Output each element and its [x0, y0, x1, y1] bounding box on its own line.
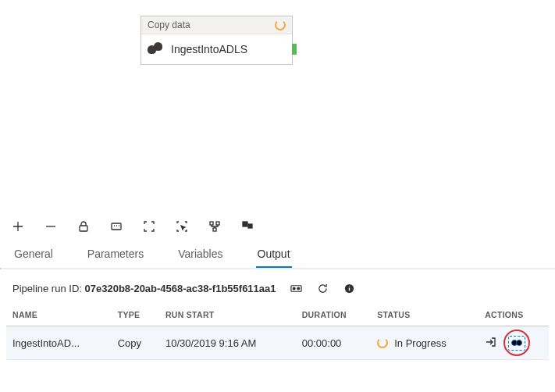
activity-node-copy-data[interactable]: Copy data IngestIntoADLS [141, 16, 293, 65]
col-run-start[interactable]: RUN START [159, 304, 296, 326]
status-spinner-icon [377, 337, 388, 348]
cell-run-start: 10/30/2019 9:16 AM [159, 326, 296, 360]
status-text: In Progress [394, 337, 446, 349]
cell-name: IngestIntoAD... [6, 326, 112, 360]
col-status[interactable]: STATUS [371, 304, 479, 326]
run-id-value: 07e320b8-20ab-4568-ac38-f1b55f611aa1 [85, 283, 276, 294]
run-info-bar: Pipeline run ID: 07e320b8-20ab-4568-ac38… [0, 269, 555, 304]
svg-point-12 [517, 340, 522, 345]
cell-duration: 00:00:00 [296, 326, 371, 360]
activity-header: Copy data [141, 16, 292, 34]
minimap-button[interactable] [240, 219, 254, 233]
info-button[interactable] [343, 282, 356, 294]
svg-point-8 [293, 287, 295, 290]
pipeline-canvas[interactable]: Copy data IngestIntoADLS [0, 0, 555, 212]
remove-button[interactable] [44, 219, 58, 233]
fullscreen-button[interactable] [142, 219, 156, 233]
add-button[interactable] [11, 219, 25, 233]
refresh-button[interactable] [317, 282, 329, 294]
svg-point-11 [512, 340, 518, 345]
select-button[interactable] [175, 219, 189, 233]
col-actions[interactable]: ACTIONS [479, 304, 549, 326]
table-row[interactable]: IngestIntoAD... Copy 10/30/2019 9:16 AM … [6, 326, 549, 360]
tab-parameters[interactable]: Parameters [86, 243, 145, 268]
activity-name: IngestIntoADLS [171, 43, 247, 55]
input-action-button[interactable] [485, 336, 497, 351]
cell-actions [479, 326, 549, 360]
tab-general[interactable]: General [12, 243, 55, 268]
detail-tabs: General Parameters Variables Output [0, 238, 555, 268]
autolayout-button[interactable] [208, 219, 222, 233]
database-icon [148, 42, 163, 56]
zoom-100-button[interactable] [109, 219, 123, 233]
svg-rect-0 [80, 226, 87, 231]
output-action-button[interactable] [508, 334, 525, 351]
run-id-label: Pipeline run ID: [12, 283, 82, 294]
svg-rect-4 [213, 228, 216, 231]
col-type[interactable]: TYPE [112, 304, 159, 326]
canvas-toolbar [0, 212, 555, 238]
output-port[interactable] [292, 44, 297, 55]
cell-status: In Progress [371, 326, 479, 360]
svg-rect-3 [216, 222, 219, 225]
activity-type-label: Copy data [148, 20, 190, 30]
spinner-icon [275, 20, 286, 30]
activity-body: IngestIntoADLS [141, 34, 292, 64]
col-duration[interactable]: DURATION [296, 304, 371, 326]
svg-rect-6 [248, 224, 252, 228]
activity-runs-table: NAME TYPE RUN START DURATION STATUS ACTI… [6, 304, 549, 360]
tab-output[interactable]: Output [256, 243, 292, 268]
gantt-view-button[interactable] [290, 282, 303, 294]
cell-type: Copy [112, 326, 159, 360]
tab-variables[interactable]: Variables [176, 243, 224, 268]
svg-rect-2 [210, 222, 213, 225]
svg-rect-5 [243, 222, 247, 226]
run-id-text: Pipeline run ID: 07e320b8-20ab-4568-ac38… [12, 283, 276, 294]
lock-button[interactable] [76, 219, 91, 233]
svg-rect-1 [112, 223, 121, 230]
svg-point-9 [297, 287, 300, 290]
col-name[interactable]: NAME [6, 304, 112, 326]
